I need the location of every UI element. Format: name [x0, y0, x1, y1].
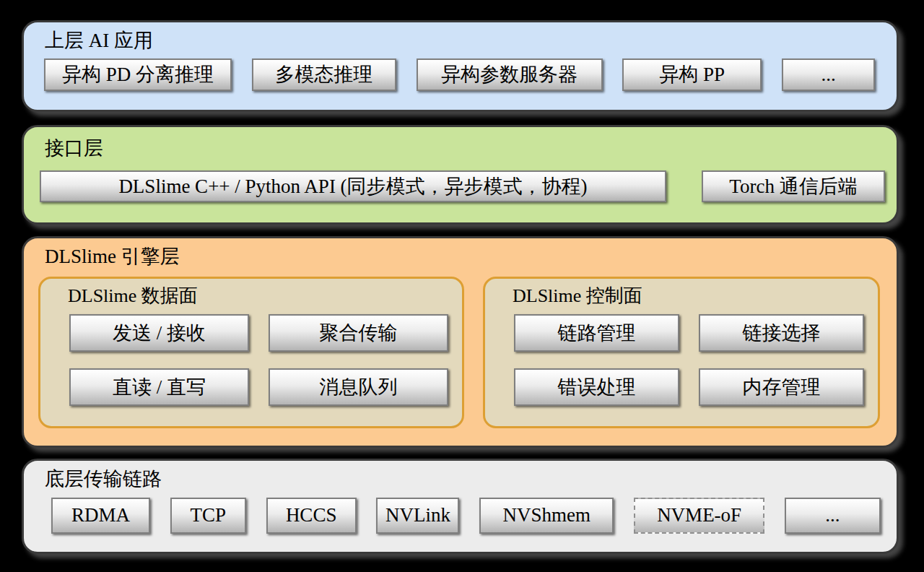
node-nvshmem: NVShmem	[479, 498, 614, 534]
node-rdma: RDMA	[51, 498, 150, 534]
engine-panels-row: DLSlime 数据面 发送 / 接收 聚合传输 直读 / 直写 消息队列 DL…	[24, 277, 897, 428]
app-nodes-row: 异构 PD 分离推理 多模态推理 异构参数服务器 异构 PP ...	[24, 58, 897, 91]
node-tcp: TCP	[170, 498, 246, 534]
node-transport-ellipsis: ...	[785, 498, 881, 534]
node-hccs: HCCS	[266, 498, 357, 534]
layer-interface: 接口层 DLSlime C++ / Python API (同步模式，异步模式，…	[22, 125, 899, 225]
node-dlslime-cpp-python-api: DLSlime C++ / Python API (同步模式，异步模式，协程)	[40, 170, 666, 202]
node-link-selection: 链接选择	[699, 314, 864, 352]
node-multimodal-inference: 多模态推理	[252, 58, 396, 91]
architecture-diagram: 上层 AI 应用 异构 PD 分离推理 多模态推理 异构参数服务器 异构 PP …	[0, 0, 924, 572]
node-memory-management: 内存管理	[699, 368, 864, 406]
node-error-handling: 错误处理	[514, 368, 679, 406]
node-app-ellipsis: ...	[782, 58, 875, 91]
layer-upper-ai-applications: 上层 AI 应用 异构 PD 分离推理 多模态推理 异构参数服务器 异构 PP …	[22, 20, 899, 112]
layer-title-underlying-transport-links: 底层传输链路	[24, 461, 897, 492]
layer-underlying-transport-links: 底层传输链路 RDMA TCP HCCS NVLink NVShmem NVME…	[22, 459, 899, 554]
interface-nodes-row: DLSlime C++ / Python API (同步模式，异步模式，协程) …	[24, 170, 897, 202]
node-message-queue: 消息队列	[269, 368, 448, 406]
node-heterogeneous-parameter-server: 异构参数服务器	[417, 58, 603, 91]
node-aggregated-transfer: 聚合传输	[269, 314, 448, 352]
node-nvlink: NVLink	[376, 498, 459, 534]
panel-dlslime-control-plane: DLSlime 控制面 链路管理 链接选择 错误处理 内存管理	[483, 277, 880, 428]
node-link-management: 链路管理	[514, 314, 679, 352]
data-plane-grid: 发送 / 接收 聚合传输 直读 / 直写 消息队列	[69, 314, 448, 406]
node-send-receive: 发送 / 接收	[69, 314, 249, 352]
node-direct-read-write: 直读 / 直写	[69, 368, 249, 406]
control-plane-grid: 链路管理 链接选择 错误处理 内存管理	[514, 314, 864, 406]
node-heterogeneous-pd-disaggregated-inference: 异构 PD 分离推理	[44, 58, 232, 91]
panel-title-control-plane: DLSlime 控制面	[485, 279, 878, 308]
transport-nodes-row: RDMA TCP HCCS NVLink NVShmem NVME-oF ...	[24, 498, 897, 534]
panel-dlslime-data-plane: DLSlime 数据面 发送 / 接收 聚合传输 直读 / 直写 消息队列	[38, 277, 464, 428]
layer-title-interface: 接口层	[24, 127, 897, 161]
layer-title-upper-ai-applications: 上层 AI 应用	[24, 22, 897, 53]
layer-dlslime-engine: DLSlime 引擎层 DLSlime 数据面 发送 / 接收 聚合传输 直读 …	[22, 236, 899, 448]
panel-title-data-plane: DLSlime 数据面	[40, 279, 462, 308]
node-nvme-of: NVME-oF	[634, 498, 764, 534]
node-heterogeneous-pp: 异构 PP	[622, 58, 762, 91]
layer-title-dlslime-engine: DLSlime 引擎层	[24, 238, 897, 269]
node-torch-communication-backend: Torch 通信后端	[702, 170, 885, 202]
